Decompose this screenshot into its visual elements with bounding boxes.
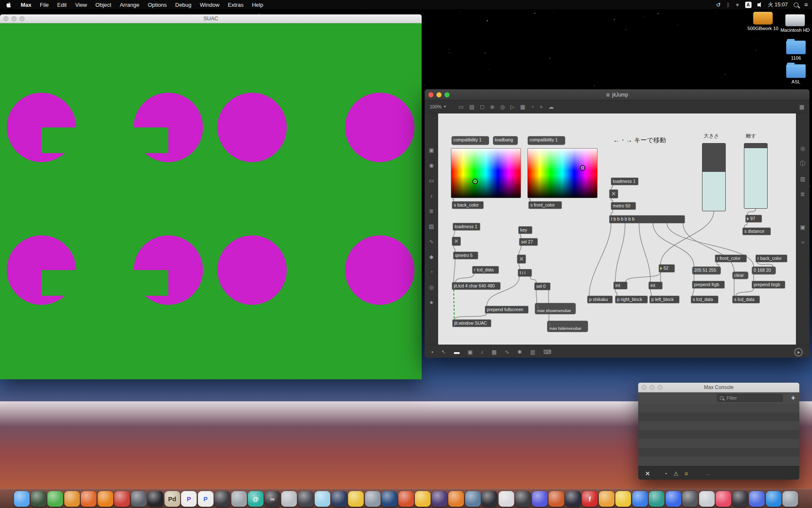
dock-dock-app-7[interactable] bbox=[114, 491, 130, 507]
camera-icon[interactable]: ▣ bbox=[800, 224, 805, 230]
plug-icon[interactable]: ◆ bbox=[429, 254, 433, 260]
warnings-icon[interactable]: ⚠ bbox=[673, 470, 679, 477]
desktop-icon-macintosh-hd[interactable]: Macintosh HD bbox=[779, 14, 811, 33]
input-source-icon[interactable]: A bbox=[745, 2, 752, 8]
desktop-icon-asl[interactable]: ASL bbox=[780, 64, 812, 85]
dock-dock-app-2[interactable] bbox=[31, 491, 47, 507]
max-loadmess-right[interactable]: loadmess 1 bbox=[611, 178, 638, 185]
filter-input[interactable] bbox=[726, 395, 774, 401]
menu-edit[interactable]: Edit bbox=[53, 2, 71, 8]
max-loadmess-left[interactable]: loadmess 1 bbox=[453, 223, 480, 230]
dock-dock-app-21[interactable] bbox=[348, 491, 364, 507]
lcd-icon[interactable]: ▭ bbox=[429, 178, 434, 183]
max-swatch-back[interactable] bbox=[451, 149, 521, 198]
filter-rows-icon[interactable]: ≡ bbox=[685, 470, 688, 477]
menu-options[interactable]: Options bbox=[143, 2, 171, 8]
dock-dock-app-40[interactable] bbox=[666, 491, 681, 507]
max-s-lcd-data-right[interactable]: s lcd_data bbox=[732, 296, 760, 303]
dock-dock-app-16[interactable]: ∞ bbox=[265, 491, 280, 507]
columns-icon[interactable]: ▥ bbox=[530, 349, 535, 355]
max-jit-window-suac[interactable]: jit.window SUAC bbox=[453, 320, 491, 327]
max-prepend-brgb[interactable]: prepend brgb bbox=[752, 281, 785, 288]
dock-dock-app-29[interactable] bbox=[482, 491, 497, 507]
max-s-front-color[interactable]: s front_color bbox=[529, 202, 562, 209]
max-key[interactable]: key bbox=[518, 226, 532, 234]
max-toggle-metro[interactable]: × bbox=[609, 190, 618, 198]
max-int-right[interactable]: int bbox=[649, 282, 662, 289]
sidebar-panes-icon[interactable]: ▥ bbox=[800, 176, 805, 182]
info-icon[interactable]: ⓘ bbox=[800, 161, 806, 166]
dock-dock-app-25[interactable] bbox=[415, 491, 431, 507]
menu-window[interactable]: Window bbox=[196, 2, 224, 8]
max-msg-hidemenubar[interactable]: ; max hidemenubar bbox=[547, 321, 588, 332]
desktop-icon-1106[interactable]: 1106 bbox=[780, 41, 812, 61]
minimize-button[interactable] bbox=[650, 385, 655, 390]
max-swatch-front[interactable] bbox=[528, 149, 597, 198]
max-label-release[interactable]: 離す bbox=[744, 132, 763, 139]
max-p-right-block[interactable]: p right_block bbox=[615, 296, 647, 303]
max-sel-0[interactable]: sel 0 bbox=[535, 283, 550, 290]
max-comment-keys[interactable]: ←・→ キーで移動 bbox=[612, 135, 683, 145]
max-r-lcd-data[interactable]: r lcd_data bbox=[472, 266, 499, 273]
select-arrow-icon[interactable]: ↖ bbox=[442, 349, 446, 355]
dock-dock-app-17[interactable] bbox=[281, 491, 297, 507]
console-log-area[interactable] bbox=[638, 403, 799, 466]
patcher-title-bar[interactable]: ▦jitJump bbox=[425, 89, 809, 100]
dock-dock-app-3[interactable] bbox=[47, 491, 63, 507]
dock-dock-app-39[interactable] bbox=[649, 491, 664, 507]
dock-pd[interactable]: Pd bbox=[165, 491, 180, 507]
zoom-button[interactable] bbox=[19, 16, 25, 21]
menu-extras[interactable]: Extras bbox=[224, 2, 248, 8]
dock-dock-app-11[interactable]: P bbox=[181, 491, 197, 507]
dock-dock-app-23[interactable] bbox=[381, 491, 397, 507]
max-sel-27[interactable]: sel 27 bbox=[519, 238, 538, 246]
dock-dock-app-14[interactable] bbox=[231, 491, 247, 507]
max-r-front-color[interactable]: r front_color bbox=[715, 255, 746, 262]
max-prepend-fullscreen[interactable]: prepend fullscreen bbox=[485, 306, 528, 313]
time-machine-icon[interactable]: ↺ bbox=[716, 2, 721, 8]
menu-file[interactable]: File bbox=[36, 2, 53, 8]
dock-dock-app-9[interactable] bbox=[148, 491, 163, 507]
dial-icon[interactable]: ◎ bbox=[429, 284, 433, 290]
message-tool-icon[interactable]: ▷ bbox=[510, 104, 515, 110]
max-s-back-color[interactable]: s back_color bbox=[452, 202, 483, 209]
close-button[interactable] bbox=[642, 385, 647, 390]
watch-icon[interactable]: ◔ bbox=[531, 104, 534, 110]
max-compatibility-1[interactable]: compatibility 1 bbox=[452, 136, 489, 145]
menu-debug[interactable]: Debug bbox=[171, 2, 195, 8]
zoom-control[interactable]: 100% bbox=[430, 104, 446, 109]
menu-max[interactable]: Max bbox=[16, 2, 36, 8]
max-s-distance[interactable]: s distance bbox=[743, 228, 771, 235]
max-msg-0-168-20[interactable]: 0 168 20 bbox=[752, 267, 776, 274]
menu-arrange[interactable]: Arrange bbox=[115, 2, 143, 8]
keyboard-icon[interactable]: ⌨ bbox=[543, 349, 551, 355]
filter-field[interactable] bbox=[717, 394, 783, 402]
max-slider-release[interactable] bbox=[744, 144, 767, 208]
dock-dock-app-36[interactable] bbox=[599, 491, 614, 507]
max-loadbang[interactable]: loadbang bbox=[493, 136, 518, 145]
dock-dock-app-5[interactable] bbox=[81, 491, 96, 507]
list-icon[interactable]: ≣ bbox=[801, 191, 805, 197]
dock-dock-app-41[interactable] bbox=[682, 491, 698, 507]
add-button[interactable]: + bbox=[791, 394, 795, 402]
router-icon[interactable]: ≣ bbox=[429, 208, 434, 214]
dock-dock-app-19[interactable] bbox=[315, 491, 330, 507]
max-metro-50[interactable]: metro 50 bbox=[611, 202, 636, 210]
swatch-marker[interactable] bbox=[472, 179, 478, 184]
suac-title-bar[interactable]: SUAC bbox=[0, 14, 422, 23]
snapshot-icon[interactable]: ☁ bbox=[549, 104, 554, 110]
max-s-lcd-data-left[interactable]: s lcd_data bbox=[691, 296, 718, 303]
max-p-left-block[interactable]: p left_block bbox=[650, 296, 679, 303]
max-qmetro-5[interactable]: qmetro 5 bbox=[453, 252, 478, 259]
lock-icon[interactable]: ▪ bbox=[431, 349, 433, 355]
max-number-97[interactable]: 97 bbox=[746, 215, 762, 222]
dock-dock-app-37[interactable] bbox=[615, 491, 631, 507]
dock-dock-app-45[interactable] bbox=[749, 491, 765, 507]
max-number-52[interactable]: 52 bbox=[659, 265, 675, 272]
max-toggle-qmetro[interactable]: × bbox=[452, 237, 461, 246]
status-heart-icon[interactable]: ♥ bbox=[736, 2, 739, 8]
tools-icon[interactable]: ✱ bbox=[518, 349, 522, 355]
dock-dock-app-44[interactable] bbox=[732, 491, 748, 507]
bluetooth-icon[interactable]: ᛒ bbox=[727, 2, 730, 8]
comment-bubble-icon[interactable]: ▬ bbox=[454, 349, 460, 355]
